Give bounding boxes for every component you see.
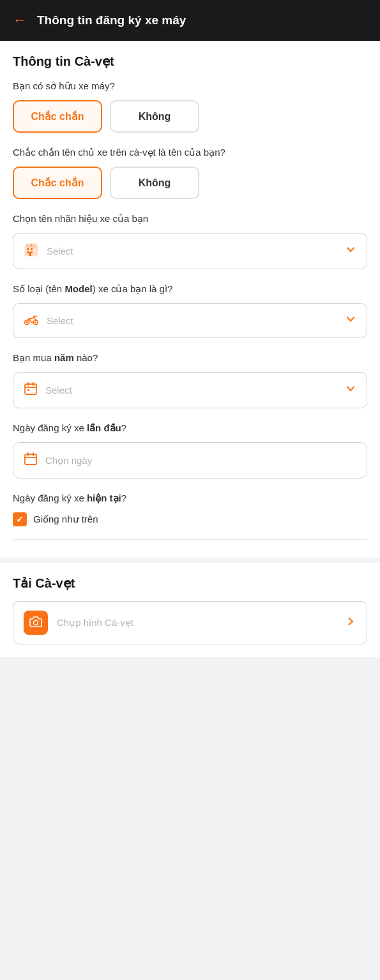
same-as-above-label: Giống như trên <box>33 514 98 525</box>
upload-section: Tải Cà-vẹt Chụp hình Cà-vẹt <box>0 563 380 657</box>
upload-chevron-icon <box>345 616 356 630</box>
brand-field: Chọn tên nhãn hiệu xe của bạn Select <box>13 212 367 269</box>
main-content: Thông tin Cà-vẹt Bạn có sở hữu xe máy? C… <box>0 41 380 657</box>
year-field: Bạn mua năm nào? Select <box>13 351 367 408</box>
model-placeholder: Select <box>47 315 345 326</box>
year-chevron-icon <box>345 383 356 397</box>
svg-rect-3 <box>27 251 29 253</box>
svg-rect-5 <box>29 252 31 256</box>
check-icon: ✓ <box>16 514 24 524</box>
model-label: Số loại (tên Model) xe của bạn là gì? <box>13 282 367 295</box>
svg-rect-12 <box>25 384 36 394</box>
svg-rect-1 <box>27 248 29 250</box>
reg-first-label: Ngày đăng ký xe lần đầu? <box>13 421 367 434</box>
year-label: Bạn mua năm nào? <box>13 351 367 364</box>
q1-chacchan-button[interactable]: Chắc chắn <box>13 100 102 133</box>
section-title-info: Thông tin Cà-vẹt <box>13 54 367 69</box>
q2-khong-button[interactable]: Không <box>110 167 199 199</box>
brand-select[interactable]: Select <box>13 233 367 269</box>
page-title: Thông tin đăng ký xe máy <box>37 13 186 27</box>
q1-label: Bạn có sở hữu xe máy? <box>13 79 367 93</box>
divider <box>13 539 367 540</box>
brand-placeholder: Select <box>47 246 345 256</box>
same-as-above-row: ✓ Giống như trên <box>13 512 367 526</box>
reg-first-field: Ngày đăng ký xe lần đầu? Chọn ngày <box>13 421 367 479</box>
upload-box[interactable]: Chụp hình Cà-vẹt <box>13 601 367 644</box>
back-button[interactable]: ← <box>13 12 27 29</box>
q2-chacchan-button[interactable]: Chắc chắn <box>13 167 102 199</box>
q1-button-group: Chắc chắn Không <box>13 100 367 133</box>
svg-rect-2 <box>31 248 33 250</box>
brand-label: Chọn tên nhãn hiệu xe của bạn <box>13 212 367 225</box>
svg-point-21 <box>34 620 38 625</box>
reg-current-field: Ngày đăng ký xe hiện tại? ✓ Giống như tr… <box>13 491 367 526</box>
q2-button-group: Chắc chắn Không <box>13 167 367 199</box>
year-placeholder: Select <box>45 385 345 396</box>
camera-icon-wrap <box>24 611 48 635</box>
model-field: Số loại (tên Model) xe của bạn là gì? Se… <box>13 282 367 338</box>
info-section: Thông tin Cà-vẹt Bạn có sở hữu xe máy? C… <box>0 41 380 558</box>
reg-first-input[interactable]: Chọn ngày <box>13 442 367 479</box>
header: ← Thông tin đăng ký xe máy <box>0 0 380 41</box>
q2-label: Chắc chắn tên chủ xe trên cà-vẹt là tên … <box>13 145 367 159</box>
svg-point-10 <box>35 322 37 323</box>
brand-chevron-icon <box>345 244 356 258</box>
q1-khong-button[interactable]: Không <box>110 100 199 133</box>
model-chevron-icon <box>345 313 356 328</box>
same-as-above-checkbox[interactable]: ✓ <box>13 512 27 526</box>
upload-title: Tải Cà-vẹt <box>13 575 367 591</box>
motorbike-icon <box>24 313 39 329</box>
camera-icon <box>29 616 42 630</box>
upload-placeholder: Chụp hình Cà-vẹt <box>57 617 345 628</box>
building-icon <box>24 242 39 260</box>
svg-rect-16 <box>27 389 29 391</box>
year-select[interactable]: Select <box>13 372 367 408</box>
svg-point-11 <box>26 322 28 323</box>
calendar-first-icon <box>24 452 38 469</box>
calendar-year-icon <box>24 382 38 399</box>
reg-first-placeholder: Chọn ngày <box>45 455 356 466</box>
reg-current-label: Ngày đăng ký xe hiện tại? <box>13 491 367 505</box>
svg-rect-17 <box>25 454 36 464</box>
model-select[interactable]: Select <box>13 303 367 338</box>
